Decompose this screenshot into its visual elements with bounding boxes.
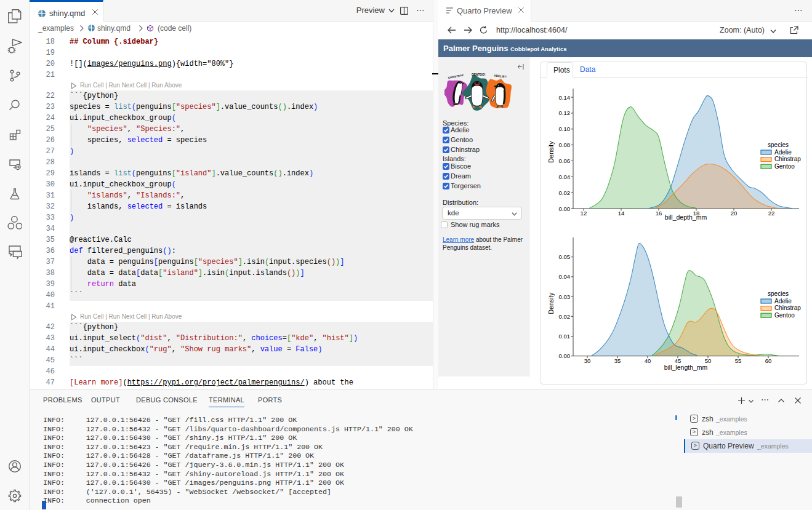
svg-text:0.10: 0.10	[559, 126, 571, 132]
svg-text:22: 22	[768, 210, 775, 217]
svg-text:Density: Density	[547, 292, 555, 314]
svg-text:0.00: 0.00	[559, 205, 571, 212]
svg-text:0.02: 0.02	[559, 313, 571, 320]
svg-text:0.14: 0.14	[559, 94, 571, 101]
svg-text:16: 16	[656, 210, 662, 217]
svg-text:14: 14	[618, 210, 625, 217]
svg-text:Adelie: Adelie	[774, 149, 792, 156]
svg-text:0.06: 0.06	[559, 157, 571, 164]
svg-text:20: 20	[731, 210, 738, 217]
svg-text:60: 60	[765, 357, 772, 364]
svg-text:Chinstrap: Chinstrap	[774, 305, 801, 311]
svg-text:species: species	[768, 290, 789, 297]
svg-text:55: 55	[735, 357, 742, 364]
svg-text:ADELIE!!: ADELIE!!	[494, 74, 507, 79]
svg-text:0.02: 0.02	[559, 189, 571, 196]
svg-text:species: species	[768, 141, 789, 148]
svg-text:12: 12	[581, 210, 587, 217]
svg-text:0.12: 0.12	[559, 110, 571, 116]
svg-text:40: 40	[645, 357, 651, 364]
svg-text:GENTOO!: GENTOO!	[472, 73, 486, 76]
svg-text:Gentoo: Gentoo	[774, 163, 795, 170]
svg-text:0.05: 0.05	[559, 253, 571, 260]
svg-text:bill_depth_mm: bill_depth_mm	[665, 213, 707, 221]
svg-text:0.00: 0.00	[559, 353, 571, 359]
svg-text:bill_length_mm: bill_length_mm	[664, 364, 708, 371]
svg-text:0.04: 0.04	[559, 173, 571, 180]
svg-text:0.08: 0.08	[559, 141, 571, 148]
svg-text:Gentoo: Gentoo	[774, 312, 795, 319]
svg-text:0.01: 0.01	[559, 333, 571, 340]
svg-text:Density: Density	[547, 141, 555, 163]
svg-text:30: 30	[584, 357, 591, 364]
svg-text:0.03: 0.03	[559, 293, 571, 300]
svg-text:Chinstrap: Chinstrap	[774, 156, 801, 162]
svg-text:35: 35	[614, 357, 621, 364]
svg-text:CHINSTRAP: CHINSTRAP	[448, 74, 464, 79]
svg-text:Adelie: Adelie	[774, 298, 792, 305]
svg-text:0.04: 0.04	[559, 273, 571, 280]
